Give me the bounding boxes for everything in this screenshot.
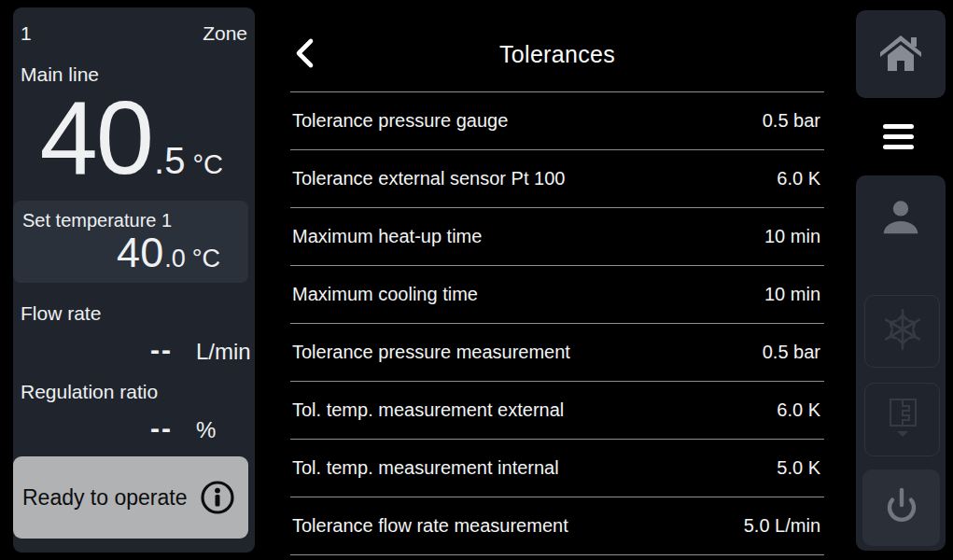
tolerance-row-label: Tol. temp. measurement external [292,399,564,421]
set-temperature-card[interactable]: Set temperature 1 40 .0 °C [13,201,248,283]
page-header: Tolerances [290,0,824,91]
tolerance-row-label: Maximum heat-up time [292,226,482,247]
external-sensor-button[interactable] [864,383,940,456]
page-title: Tolerances [290,0,824,68]
info-icon[interactable] [199,479,236,516]
regulation-ratio-row: -- % [21,413,255,444]
power-button[interactable] [862,469,940,546]
tolerance-row[interactable]: Maximum heat-up time 10 min [290,208,824,266]
tolerance-row-label: Tolerance pressure gauge [292,110,508,132]
regulation-ratio-metric: Regulation ratio -- % [21,381,255,444]
set-temp-integer: 40 [117,230,163,276]
tolerances-page: Tolerances Tolerance pressure gauge 0.5 … [290,0,824,555]
actual-temp-unit: °C [192,150,223,180]
regulation-ratio-unit: % [196,417,216,443]
flow-rate-metric: Flow rate -- L/min [21,302,255,366]
regulation-ratio-label: Regulation ratio [21,381,255,403]
hmi-screen: 1 Zone Main line 40 .5 °C Set temperatur… [0,0,953,560]
tolerance-row[interactable]: Tolerance pressure measurement 0.5 bar [290,324,824,382]
tolerance-row-value: 6.0 K [777,168,820,189]
regulation-ratio-value: -- [21,413,173,444]
flow-rate-label: Flow rate [21,302,255,325]
back-button[interactable] [290,37,318,69]
set-temp-decimal: .0 [164,245,186,273]
set-temperature-label: Set temperature 1 [13,201,248,231]
chevron-left-icon [292,58,316,72]
nav-home-button[interactable] [856,10,946,98]
tolerance-row-value: 0.5 bar [763,110,820,132]
tolerance-row[interactable]: Tolerance pressure gauge 0.5 bar [290,92,824,150]
nav-user-button[interactable] [856,185,946,256]
actual-temp-integer: 40 [40,80,153,195]
tolerance-row-value: 0.5 bar [763,342,820,363]
flow-rate-row: -- L/min [21,334,255,366]
tolerance-row[interactable]: Tolerance flow rate measurement 5.0 L/mi… [290,497,824,555]
set-temp-unit: °C [192,245,220,273]
flow-rate-value: -- [21,334,173,366]
snowflake-icon [878,305,927,357]
mold-valve-icon [880,395,925,445]
tolerance-row-label: Maximum cooling time [292,284,478,305]
nav-menu-button[interactable] [856,98,941,175]
actual-temp-decimal: .5 [154,140,185,181]
tolerance-row[interactable]: Tolerance external sensor Pt 100 6.0 K [290,150,824,208]
zone-number: 1 [21,22,32,45]
tolerance-row-label: Tolerance flow rate measurement [292,515,568,537]
cooling-button[interactable] [864,295,940,368]
status-button[interactable]: Ready to operate [13,456,248,539]
tolerance-row-label: Tolerance pressure measurement [292,342,570,363]
tolerance-row-value: 10 min [764,226,820,247]
tolerance-row-label: Tol. temp. measurement internal [292,457,559,479]
set-temperature-value: 40 .0 °C [13,230,248,276]
zone-header: 1 Zone [13,7,255,45]
tolerance-row-label: Tolerance external sensor Pt 100 [292,168,565,189]
nav-sidebar [856,0,946,560]
status-label: Ready to operate [22,485,187,511]
power-icon [879,483,924,532]
actual-temperature: 40 .5 °C [13,80,255,195]
flow-rate-unit: L/min [196,339,251,365]
tolerance-row-value: 6.0 K [777,399,820,421]
tolerance-row[interactable]: Maximum cooling time 10 min [290,266,824,324]
zone-label: Zone [203,22,247,45]
nav-lower-group [856,175,946,551]
tolerances-list: Tolerance pressure gauge 0.5 bar Toleran… [290,91,824,555]
tolerance-row[interactable]: Tol. temp. measurement internal 5.0 K [290,440,824,497]
tolerance-row-value: 10 min [764,284,820,305]
tolerance-row-value: 5.0 K [777,457,820,479]
tolerance-row[interactable]: Tol. temp. measurement external 6.0 K [290,382,824,440]
home-icon [878,32,923,77]
user-icon [879,197,922,244]
tolerance-row-value: 5.0 L/min [744,515,820,537]
menu-icon [883,124,914,149]
zone-panel[interactable]: 1 Zone Main line 40 .5 °C Set temperatur… [13,7,255,553]
